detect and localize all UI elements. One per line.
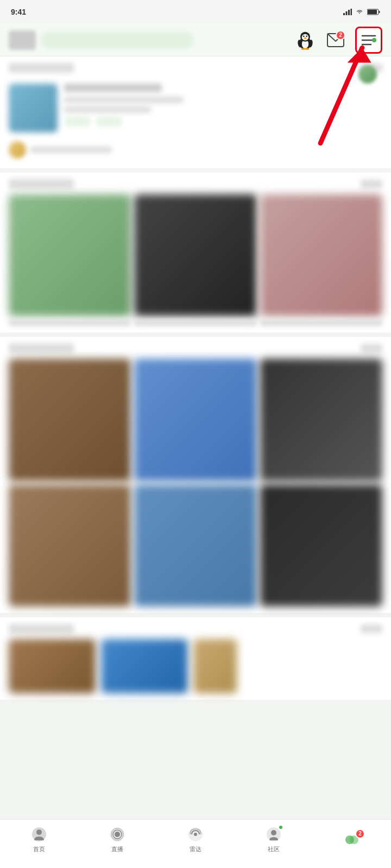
app-header: 2 [0,24,391,56]
grid-item-3[interactable] [260,194,382,316]
svg-rect-6 [379,11,380,13]
tag-2 [96,116,123,127]
grid-section-2 [0,337,391,613]
grid-3x2 [9,194,382,316]
grid-item-8[interactable] [134,484,256,607]
home-icon-area [30,826,48,843]
featured-thumbnail [9,84,58,132]
bottom-navigation: 首页 直播 雷达 [0,819,391,868]
section-more-blur-4 [361,624,382,633]
svg-point-10 [302,34,309,40]
status-icons [343,9,380,15]
grid-item-9[interactable] [260,484,382,607]
signal-icon [343,9,352,15]
live-icon [110,827,125,842]
nav-label-home: 首页 [33,845,45,853]
nav-item-home[interactable]: 首页 [17,826,61,853]
featured-card[interactable] [9,78,382,138]
mail-badge: 2 [336,30,345,40]
nav-item-radar[interactable]: 雷达 [174,826,217,853]
search-bar-blur [41,31,193,49]
grid-item-5[interactable] [134,359,256,481]
featured-desc-1 [64,97,184,103]
section-title-blur-3 [9,343,74,353]
battery-icon [367,9,380,15]
svg-rect-5 [368,10,377,14]
svg-point-11 [303,35,305,37]
penguin-button[interactable] [294,29,316,51]
nav-item-live[interactable]: 直播 [96,826,139,853]
community-icon-area [265,826,282,843]
section-header-4 [9,624,382,634]
svg-point-28 [115,832,120,837]
nav-label-radar: 雷达 [190,845,201,853]
extra-icon-area: 2 [343,831,361,848]
radar-icon-area [187,826,204,843]
status-bar: 9:41 [0,0,391,24]
grid-3x2-second [9,359,382,607]
penguin-icon [295,30,315,50]
status-time: 9:41 [11,8,26,16]
header-right: 2 [294,27,382,54]
grid-item-4[interactable] [9,359,131,481]
section-more-blur-2 [361,180,382,188]
main-content [0,56,391,819]
svg-point-15 [305,48,309,50]
home-icon [31,827,47,842]
grid-item-1[interactable] [9,194,131,316]
section-header-3 [9,343,382,353]
community-green-dot [278,825,283,830]
grid-section-1 [0,173,391,333]
grid-item-2[interactable] [134,194,256,316]
bottom-item-2[interactable] [101,639,188,693]
bottom-item-3[interactable] [193,639,237,693]
section-title-blur-2 [9,179,74,189]
featured-info [64,84,382,127]
featured-tags [64,116,382,127]
svg-point-32 [194,833,197,836]
bottom-horizontal-section [0,617,391,700]
grid-item-6[interactable] [260,359,382,481]
bottom-item-1[interactable] [9,639,96,693]
featured-title [64,84,162,92]
section-title-blur-1 [9,63,74,73]
svg-point-12 [306,35,307,37]
radar-icon [188,827,203,842]
section-header-1 [9,63,382,73]
svg-point-22 [372,38,376,42]
avatar-row-1 [9,138,382,162]
nav-item-community[interactable]: 社区 [252,826,295,853]
section-more-blur-3 [361,344,382,353]
svg-point-34 [271,830,276,835]
wifi-icon [355,9,364,15]
grid-label-2 [134,320,256,326]
user-avatar-header [358,65,380,87]
svg-rect-0 [343,13,345,15]
grid-item-7[interactable] [9,484,131,607]
svg-point-26 [36,829,42,835]
svg-rect-1 [346,11,348,15]
filter-settings-button[interactable] [355,27,382,54]
avatar-text-1 [30,146,112,153]
section-header-2 [9,179,382,189]
header-left [9,30,193,50]
app-logo [9,30,36,50]
svg-rect-2 [348,10,350,15]
live-icon-area [109,826,126,843]
tag-1 [64,116,91,127]
nav-label-community: 社区 [268,845,280,853]
extra-nav-badge: 2 [355,829,365,839]
grid-labels-row [9,320,382,326]
nav-label-live: 直播 [111,845,123,853]
featured-desc-2 [64,106,151,113]
grid-label-1 [9,320,131,326]
bottom-content-list [9,639,382,693]
nav-item-extra[interactable]: 2 [330,831,374,848]
mail-button[interactable]: 2 [325,29,346,51]
section-title-blur-4 [9,624,74,634]
featured-section [0,56,391,168]
filter-lines-icon [361,34,376,47]
grid-label-3 [260,320,382,326]
svg-point-13 [304,37,307,39]
svg-point-14 [301,48,305,50]
